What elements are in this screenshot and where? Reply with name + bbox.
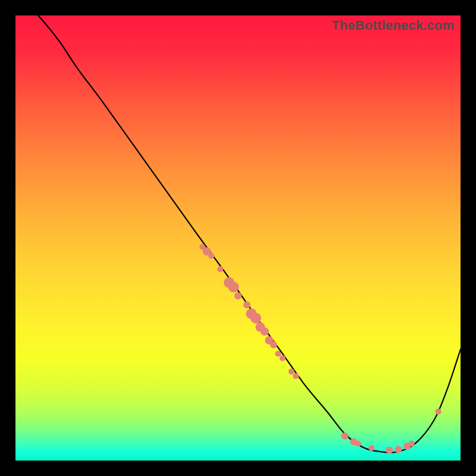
data-point — [409, 441, 415, 447]
data-point — [394, 446, 402, 453]
data-point — [289, 368, 295, 374]
data-point — [228, 281, 239, 292]
bottleneck-curve — [15, 0, 461, 453]
data-point — [250, 313, 261, 324]
data-point — [280, 355, 286, 361]
data-point — [386, 447, 393, 454]
data-point — [436, 409, 441, 415]
data-point — [342, 433, 349, 440]
data-point — [368, 445, 374, 451]
data-point — [261, 327, 269, 336]
data-point — [243, 301, 250, 308]
chart-frame: TheBottleneck.com — [15, 15, 461, 461]
data-point — [293, 373, 299, 379]
data-point — [208, 253, 214, 259]
data-point — [234, 292, 242, 299]
data-point — [217, 266, 223, 272]
scatter-layer — [199, 244, 441, 454]
chart-svg — [15, 15, 461, 461]
data-point — [355, 441, 361, 447]
data-point — [270, 342, 277, 349]
data-point — [275, 350, 281, 356]
